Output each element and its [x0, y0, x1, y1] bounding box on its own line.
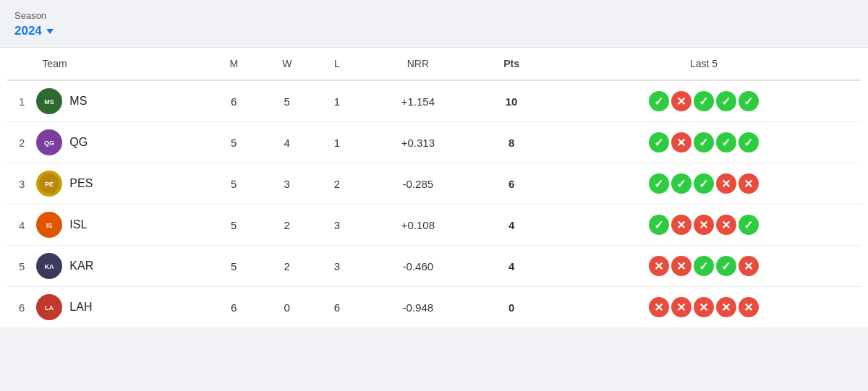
- loss-icon: [716, 173, 736, 194]
- win-icon: [649, 132, 669, 152]
- team-name: ISL: [69, 218, 87, 231]
- l-header: L: [314, 48, 359, 80]
- nrr-cell: -0.460: [359, 246, 476, 287]
- last5-cell: [547, 80, 861, 122]
- season-label: Season: [14, 10, 854, 21]
- loss-icon: [739, 297, 759, 317]
- season-dropdown[interactable]: 2024: [14, 24, 54, 38]
- loss-icon: [694, 215, 714, 235]
- loss-icon: [716, 215, 736, 235]
- team-cell: QGQG: [30, 122, 208, 163]
- rank-cell: 3: [7, 163, 30, 205]
- team-name: PES: [69, 177, 93, 190]
- win-icon: [671, 173, 692, 194]
- last5-icons: [553, 297, 855, 317]
- loss-icon: [739, 173, 759, 194]
- team-logo: IS: [36, 212, 62, 238]
- last5-cell: [547, 163, 861, 205]
- rank-cell: 2: [7, 122, 30, 163]
- table-row: 3PEPES532-0.2856: [7, 163, 861, 205]
- l-cell: 2: [314, 163, 359, 205]
- nrr-cell: +0.108: [359, 205, 476, 246]
- svg-text:KA: KA: [45, 263, 54, 270]
- loss-icon: [671, 215, 692, 235]
- m-header: M: [208, 48, 260, 80]
- l-cell: 1: [314, 80, 359, 122]
- nrr-cell: -0.948: [359, 287, 476, 328]
- chevron-down-icon: [46, 29, 54, 34]
- table-row: 5KAKAR523-0.4604: [7, 246, 861, 287]
- loss-icon: [694, 297, 714, 317]
- win-icon: [716, 132, 736, 152]
- m-cell: 5: [208, 246, 260, 287]
- team-logo: KA: [36, 253, 62, 279]
- last5-cell: [547, 287, 861, 328]
- last5-icons: [553, 91, 855, 111]
- pts-cell: 4: [476, 205, 547, 246]
- loss-icon: [649, 256, 669, 276]
- win-icon: [694, 91, 714, 111]
- win-icon: [694, 256, 714, 276]
- win-icon: [739, 132, 759, 152]
- loss-icon: [671, 297, 692, 317]
- win-icon: [649, 173, 669, 194]
- last5-icons: [553, 215, 855, 235]
- team-name: MS: [69, 95, 87, 108]
- m-cell: 5: [208, 205, 260, 246]
- team-name: QG: [69, 136, 88, 149]
- team-logo: LA: [36, 294, 62, 320]
- l-cell: 6: [314, 287, 359, 328]
- nrr-cell: -0.285: [359, 163, 476, 205]
- team-cell: ISISL: [30, 205, 208, 246]
- win-icon: [694, 132, 714, 152]
- table-row: 2QGQG541+0.3138: [7, 122, 861, 163]
- table-row: 1MSMS651+1.15410: [7, 80, 861, 122]
- loss-icon: [671, 132, 692, 152]
- win-icon: [716, 256, 736, 276]
- l-cell: 1: [314, 122, 359, 163]
- season-header: Season 2024: [0, 0, 868, 48]
- team-cell: PEPES: [30, 163, 208, 205]
- win-icon: [739, 91, 759, 111]
- svg-text:LA: LA: [45, 304, 54, 311]
- season-year: 2024: [14, 24, 42, 38]
- rank-header: [7, 48, 30, 80]
- main-container: Season 2024 Team M W L NRR Pts Last 5: [0, 0, 868, 327]
- last5-icons: [553, 132, 855, 152]
- svg-text:MS: MS: [45, 98, 55, 106]
- pts-cell: 4: [476, 246, 547, 287]
- pts-cell: 10: [476, 80, 547, 122]
- team-logo: MS: [36, 88, 62, 114]
- win-icon: [716, 91, 736, 111]
- last5-icons: [553, 256, 855, 276]
- nrr-header: NRR: [359, 48, 476, 80]
- w-cell: 2: [260, 205, 314, 246]
- m-cell: 5: [208, 122, 260, 163]
- rank-cell: 5: [7, 246, 30, 287]
- w-cell: 5: [260, 80, 314, 122]
- rank-cell: 1: [7, 80, 30, 122]
- rank-cell: 4: [7, 205, 30, 246]
- last5-cell: [547, 122, 861, 163]
- last5-cell: [547, 246, 861, 287]
- m-cell: 6: [208, 80, 260, 122]
- svg-text:PE: PE: [45, 181, 54, 188]
- nrr-cell: +0.313: [359, 122, 476, 163]
- w-cell: 2: [260, 246, 314, 287]
- w-cell: 3: [260, 163, 314, 205]
- l-cell: 3: [314, 205, 359, 246]
- win-icon: [649, 215, 669, 235]
- w-header: W: [260, 48, 314, 80]
- team-cell: LALAH: [30, 287, 208, 328]
- m-cell: 6: [208, 287, 260, 328]
- pts-cell: 0: [476, 287, 547, 328]
- win-icon: [694, 173, 714, 194]
- table-row: 4ISISL523+0.1084: [7, 205, 861, 246]
- last5-icons: [553, 173, 855, 194]
- nrr-cell: +1.154: [359, 80, 476, 122]
- svg-text:IS: IS: [46, 222, 53, 229]
- win-icon: [739, 215, 759, 235]
- l-cell: 3: [314, 246, 359, 287]
- svg-text:QG: QG: [44, 139, 54, 147]
- w-cell: 4: [260, 122, 314, 163]
